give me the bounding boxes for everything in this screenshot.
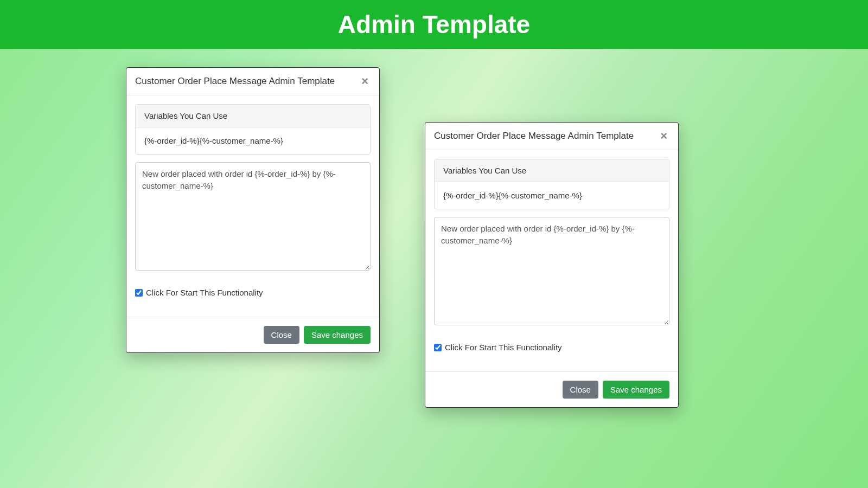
variables-panel-body: {%-order_id-%}{%-customer_name-%} [136, 127, 370, 154]
modal-title: Customer Order Place Message Admin Templ… [135, 76, 335, 87]
enable-functionality-row: Click For Start This Functionality [434, 343, 669, 352]
modal-header: Customer Order Place Message Admin Templ… [126, 68, 379, 95]
variables-panel: Variables You Can Use {%-order_id-%}{%-c… [434, 159, 669, 209]
enable-functionality-checkbox[interactable] [434, 344, 442, 351]
message-template-textarea[interactable] [434, 217, 669, 325]
admin-template-modal-1: Customer Order Place Message Admin Templ… [126, 67, 380, 353]
variables-panel-header: Variables You Can Use [136, 105, 370, 127]
close-button[interactable]: Close [264, 326, 299, 344]
admin-template-modal-2: Customer Order Place Message Admin Templ… [425, 122, 679, 408]
modal-title: Customer Order Place Message Admin Templ… [434, 131, 634, 142]
close-icon[interactable]: × [359, 75, 371, 87]
modal-body: Variables You Can Use {%-order_id-%}{%-c… [425, 150, 678, 371]
close-icon[interactable]: × [658, 130, 669, 142]
modal-header: Customer Order Place Message Admin Templ… [425, 123, 678, 150]
modal-footer: Close Save changes [126, 317, 379, 352]
save-changes-button[interactable]: Save changes [603, 381, 669, 399]
page-header: Admin Template [0, 0, 868, 49]
close-button[interactable]: Close [563, 381, 598, 399]
variables-panel-header: Variables You Can Use [435, 159, 669, 182]
enable-functionality-row: Click For Start This Functionality [135, 288, 371, 297]
variables-panel-body: {%-order_id-%}{%-customer_name-%} [435, 182, 669, 209]
message-template-textarea[interactable] [135, 162, 371, 271]
enable-functionality-label: Click For Start This Functionality [445, 343, 562, 352]
enable-functionality-checkbox[interactable] [135, 289, 143, 297]
modal-footer: Close Save changes [425, 371, 678, 407]
variables-panel: Variables You Can Use {%-order_id-%}{%-c… [135, 104, 371, 155]
modal-body: Variables You Can Use {%-order_id-%}{%-c… [126, 95, 379, 317]
save-changes-button[interactable]: Save changes [304, 326, 371, 344]
enable-functionality-label: Click For Start This Functionality [146, 288, 263, 297]
page-title: Admin Template [338, 10, 530, 39]
